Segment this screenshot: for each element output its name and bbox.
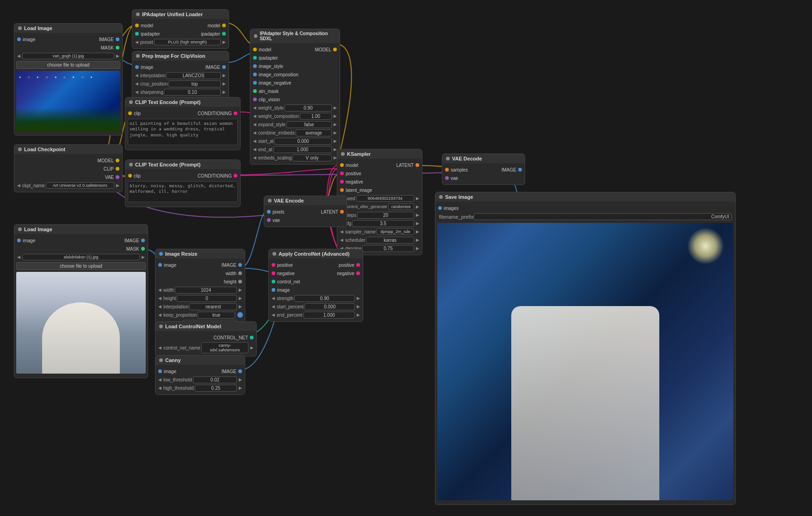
load-image-1-mask-port: MASK	[14, 43, 122, 52]
prep-image-node: Prep Image For ClipVision image IMAGE ◀ …	[132, 51, 229, 99]
save-image-node: Save Image images filename_prefix ComfyU…	[435, 192, 736, 505]
vae-decode-node: VAE Decode samples IMAGE vae	[442, 154, 525, 185]
clip-encode-2-prompt[interactable]: blurry, noisy, messy, glitch, distorted,…	[128, 181, 238, 202]
ipadapter-loader-header: IPAdapter Unified Loader	[132, 10, 229, 19]
clip-encode-1-title: CLIP Text Encode (Prompt)	[135, 99, 200, 105]
save-image-preview	[437, 223, 733, 500]
image-out-dot	[17, 37, 21, 41]
load-image-1-image-port: image IMAGE	[14, 35, 122, 43]
load-image-2-body: image IMAGE MASK ◀ alskdnlaksn (1).jpg ▶…	[14, 234, 148, 378]
vae-decode-header: VAE Decode	[442, 154, 525, 163]
filename-row: ◀ van_gogh (1).jpg ▶	[14, 52, 122, 60]
canny-node: Canny image IMAGE ◀ low_threshold 0.02 ▶…	[155, 355, 245, 395]
vae-encode-title: VAE Encode	[274, 198, 304, 203]
load-controlnet-header: Load ControlNet Model	[155, 322, 256, 331]
prep-image-title: Prep Image For ClipVision	[142, 53, 205, 59]
load-image-1-body: image IMAGE MASK ◀ van_gogh (1).jpg ▶ ch…	[14, 33, 122, 135]
clip-encode-1-node: CLIP Text Encode (Prompt) clip CONDITION…	[125, 97, 241, 150]
ipadapter-style-node: IPAdapter Style & Composition SDXL model…	[250, 29, 340, 165]
load-controlnet-node: Load ControlNet Model CONTROL_NET ◀ cont…	[155, 321, 257, 356]
load-image-2-preview	[16, 272, 146, 374]
upload-button-2[interactable]: choose file to upload	[16, 262, 146, 270]
ipadapter-style-title: IPAdapter Style & Composition SDXL	[260, 31, 336, 41]
apply-controlnet-body: positive positive negative negative cont…	[269, 258, 363, 321]
filename-value: van_gogh (1).jpg	[22, 53, 114, 59]
ipadapter-style-header: IPAdapter Style & Composition SDXL	[250, 29, 340, 43]
starry-night-preview	[16, 71, 120, 131]
save-image-header: Save Image	[435, 192, 735, 202]
load-image-1-node: Load Image image IMAGE MASK ◀ van_gogh (…	[14, 23, 123, 135]
image-resize-node: Image Resize image IMAGE width height	[155, 249, 245, 330]
apply-controlnet-header: Apply ControlNet (Advanced)	[269, 249, 363, 258]
vae-encode-node: VAE Encode pixels LATENT vae	[264, 196, 347, 227]
ipadapter-loader-body: model model ipadapter ipadapter ◀ preset…	[132, 19, 229, 49]
vae-decode-title: VAE Decode	[452, 156, 482, 161]
load-image-1-dot	[18, 26, 22, 30]
bride-photo-preview	[16, 272, 146, 374]
load-image-2-node: Load Image image IMAGE MASK ◀ alskdnlaks…	[14, 224, 148, 378]
vae-decode-body: samples IMAGE vae	[442, 163, 525, 184]
ipadapter-style-body: model MODEL ipadapter image_style image_…	[250, 43, 340, 164]
clip-encode-1-header: CLIP Text Encode (Prompt)	[125, 98, 240, 107]
clip-encode-2-header: CLIP Text Encode (Prompt)	[125, 160, 240, 169]
load-image-1-header: Load Image	[14, 24, 122, 33]
mask-out-dot	[116, 46, 119, 49]
save-filename-value: ComfyUI	[474, 213, 731, 220]
image-resize-title: Image Resize	[165, 251, 198, 257]
load-image-2-header: Load Image	[14, 225, 148, 234]
load-checkpoint-header: Load Checkpoint	[14, 145, 122, 154]
load-image-1-title: Load Image	[24, 25, 52, 31]
keep-proportion-toggle[interactable]	[237, 312, 243, 318]
image-resize-header: Image Resize	[155, 249, 245, 258]
filename-left-arrow[interactable]: ◀	[16, 54, 21, 58]
upload-button-1[interactable]: choose file to upload	[16, 61, 120, 69]
ksampler-header: KSampler	[337, 149, 422, 159]
filename-right-arrow[interactable]: ▶	[115, 54, 120, 58]
filename-2-value: alskdnlaksn (1).jpg	[22, 254, 140, 260]
load-controlnet-body: CONTROL_NET ◀ control_net_name canny-sdx…	[155, 331, 256, 356]
apply-controlnet-node: Apply ControlNet (Advanced) positive pos…	[268, 249, 363, 322]
clip-encode-1-prompt[interactable]: oil painting of a beautiful asian woman …	[128, 119, 238, 145]
save-image-body: images filename_prefix ComfyUI	[435, 202, 735, 504]
canny-title: Canny	[165, 357, 181, 363]
image-resize-body: image IMAGE width height ◀ width 1024	[155, 258, 245, 330]
ksampler-title: KSampler	[347, 151, 371, 157]
ksampler-body: model LATENT positive negative latent_im…	[337, 159, 422, 255]
clip-encode-2-title: CLIP Text Encode (Prompt)	[135, 162, 200, 167]
load-image-1-preview	[16, 71, 120, 131]
clip-encode-2-body: clip CONDITIONING blurry, noisy, messy, …	[125, 169, 240, 207]
output-painting	[437, 223, 733, 500]
ipadapter-loader-title: IPAdapter Unified Loader	[142, 12, 203, 17]
clip-encode-1-body: clip CONDITIONING oil painting of a beau…	[125, 107, 240, 150]
vae-encode-header: VAE Encode	[264, 196, 347, 205]
load-image-2-title: Load Image	[24, 227, 52, 232]
canny-body: image IMAGE ◀ low_threshold 0.02 ▶ ◀ hig…	[155, 365, 245, 394]
ksampler-node: KSampler model LATENT positive negative	[337, 149, 422, 255]
vae-encode-body: pixels LATENT vae	[264, 205, 347, 227]
canny-header: Canny	[155, 356, 245, 365]
clip-encode-2-node: CLIP Text Encode (Prompt) clip CONDITION…	[125, 160, 241, 207]
load-controlnet-title: Load ControlNet Model	[165, 324, 221, 329]
load-checkpoint-title: Load Checkpoint	[24, 147, 65, 152]
load-checkpoint-node: Load Checkpoint MODEL CLIP VAE ◀	[14, 144, 123, 192]
load-checkpoint-body: MODEL CLIP VAE ◀ ckpt_name Art Universe …	[14, 154, 122, 192]
ipadapter-loader-node: IPAdapter Unified Loader model model ipa…	[132, 9, 229, 49]
save-image-title: Save Image	[445, 194, 473, 200]
prep-image-body: image IMAGE ◀ interpolation LANCZOS ▶ ◀ …	[132, 61, 229, 98]
prep-image-header: Prep Image For ClipVision	[132, 51, 229, 61]
apply-controlnet-title: Apply ControlNet (Advanced)	[279, 251, 349, 257]
image-out-right-dot	[116, 37, 119, 41]
